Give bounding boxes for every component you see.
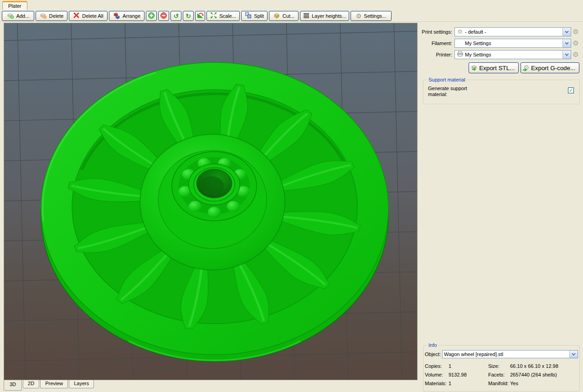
view-tab-2d[interactable]: 2D: [23, 380, 39, 388]
printer-select[interactable]: My Settings: [454, 50, 571, 59]
printer-value: My Settings: [465, 52, 562, 57]
rotate-cw-icon: ↻: [186, 13, 191, 19]
view-tab-3d-label: 3D: [10, 382, 16, 387]
view-tab-2d-label: 2D: [28, 381, 34, 386]
filament-value: My Settings: [465, 41, 562, 46]
gear-icon: ⚙: [356, 13, 362, 19]
increase-copies-button[interactable]: [146, 11, 157, 21]
add-object-icon: [7, 12, 14, 20]
object-select[interactable]: Wagon wheel [repaired].stl: [442, 350, 578, 358]
minus-circle-icon: [160, 12, 167, 20]
export-stl-label: Export STL...: [479, 65, 515, 71]
print-settings-label: Print settings:: [420, 29, 454, 35]
rotate-ccw-button[interactable]: ↺: [170, 11, 181, 21]
support-material-title: Support material: [427, 77, 467, 82]
add-button-label: Add...: [16, 13, 30, 19]
3d-viewport[interactable]: [4, 23, 418, 380]
view-tab-bar: 3D 2D Preview Layers: [4, 380, 94, 391]
delete-button[interactable]: Delete: [36, 11, 67, 21]
view-tab-layers[interactable]: Layers: [69, 380, 94, 388]
export-stl-button[interactable]: Export STL...: [469, 62, 519, 73]
manifold-value: Yes: [510, 381, 518, 386]
chevron-down-icon: [569, 351, 578, 358]
arrange-button[interactable]: Arrange: [109, 11, 144, 21]
materials-label: Materials:: [425, 381, 449, 386]
export-gcode-label: Export G-code...: [531, 65, 575, 71]
delete-button-label: Delete: [49, 13, 64, 19]
facets-label: Facets:: [488, 372, 510, 377]
object-value: Wagon wheel [repaired].stl: [444, 351, 569, 357]
printer-icon: [455, 51, 465, 58]
size-label: Size:: [488, 363, 510, 369]
layer-heights-button[interactable]: Layer heights...: [300, 11, 349, 21]
copies-label: Copies:: [425, 363, 449, 369]
rotate-45-button[interactable]: [195, 11, 205, 21]
object-info-grid: Copies: 1 Size: 66.10 x 66.10 x 12.98 Vo…: [425, 361, 579, 387]
facets-value: 2657440 (264 shells): [510, 372, 557, 377]
chevron-down-icon: [562, 39, 571, 47]
print-settings-gear-button[interactable]: ⚙: [571, 28, 580, 36]
settings-button[interactable]: ⚙ Settings...: [351, 11, 392, 21]
delete-all-button-label: Delete All: [82, 13, 103, 19]
view-tab-layers-label: Layers: [74, 381, 89, 386]
printer-row: Printer: My Settings ⚙: [420, 49, 581, 60]
filament-row: Filament: My Settings ⚙: [420, 37, 581, 49]
generate-support-checkbox[interactable]: ✓: [568, 87, 574, 93]
settings-button-label: Settings...: [364, 13, 386, 19]
manifold-label: Manifold:: [488, 381, 510, 386]
volume-value: 9132.98: [449, 372, 488, 377]
view-tab-preview-label: Preview: [45, 381, 63, 386]
tab-plater-label: Plater: [8, 3, 21, 9]
volume-label: Volume:: [425, 372, 449, 377]
scale-button[interactable]: Scale...: [206, 11, 240, 21]
filament-gear-button[interactable]: ⚙: [571, 39, 580, 47]
slic3r-plater-window: Plater Add... Delete D: [0, 0, 583, 392]
print-settings-row: Print settings: ⚙ - default - ⚙: [420, 26, 581, 37]
decrease-copies-button[interactable]: [158, 11, 169, 21]
copies-value: 1: [449, 363, 488, 369]
info-groupbox: Info Object: Wagon wheel [repaired].stl …: [423, 345, 580, 392]
filament-select[interactable]: My Settings: [454, 39, 571, 48]
model-wagon-wheel[interactable]: [41, 62, 388, 361]
layer-heights-button-label: Layer heights...: [312, 13, 346, 19]
checkmark-icon: ✓: [569, 88, 573, 93]
preset-gear-icon: ⚙: [455, 28, 465, 35]
generate-support-label: Generate support material:: [428, 86, 480, 97]
materials-value: 1: [449, 381, 488, 386]
filament-label: Filament:: [420, 41, 454, 46]
printer-label: Printer:: [420, 52, 454, 57]
add-button[interactable]: Add...: [2, 11, 34, 21]
chevron-down-icon: [562, 51, 571, 59]
split-button-label: Split: [254, 13, 263, 19]
layer-heights-icon: [303, 12, 310, 20]
top-tab-bar: Plater: [0, 0, 583, 10]
split-icon: [245, 12, 252, 20]
printer-gear-button[interactable]: ⚙: [571, 51, 580, 59]
export-gcode-icon: ⚙: [523, 64, 530, 71]
3d-viewport-canvas[interactable]: [4, 23, 417, 380]
settings-panel: Print settings: ⚙ - default - ⚙ Filament…: [420, 23, 581, 392]
tab-plater[interactable]: Plater: [2, 1, 27, 11]
toolbar: Add... Delete Delete All: [0, 10, 583, 22]
scale-arrows-icon: [210, 12, 217, 20]
export-stl-icon: [471, 64, 478, 72]
delete-all-icon: [73, 12, 80, 20]
delete-object-icon: [40, 12, 47, 20]
view-tab-preview[interactable]: Preview: [40, 380, 68, 388]
print-settings-value: - default -: [465, 29, 562, 35]
info-title: Info: [427, 342, 438, 348]
arrange-button-label: Arrange: [123, 13, 140, 19]
delete-all-button[interactable]: Delete All: [69, 11, 108, 21]
view-tab-3d[interactable]: 3D: [4, 380, 22, 391]
export-gcode-button[interactable]: ⚙ Export G-code...: [521, 62, 579, 73]
print-settings-select[interactable]: ⚙ - default -: [454, 27, 571, 36]
export-row: Export STL... ⚙ Export G-code...: [420, 62, 579, 73]
rotate-ccw-icon: ↺: [173, 13, 179, 19]
support-material-groupbox: Support material Generate support materi…: [423, 80, 580, 104]
scale-button-label: Scale...: [219, 13, 236, 19]
cut-button[interactable]: Cut...: [269, 11, 299, 21]
mirror-icon: [197, 12, 204, 20]
rotate-cw-button[interactable]: ↻: [183, 11, 194, 21]
split-button[interactable]: Split: [241, 11, 268, 21]
cut-button-label: Cut...: [283, 13, 294, 19]
